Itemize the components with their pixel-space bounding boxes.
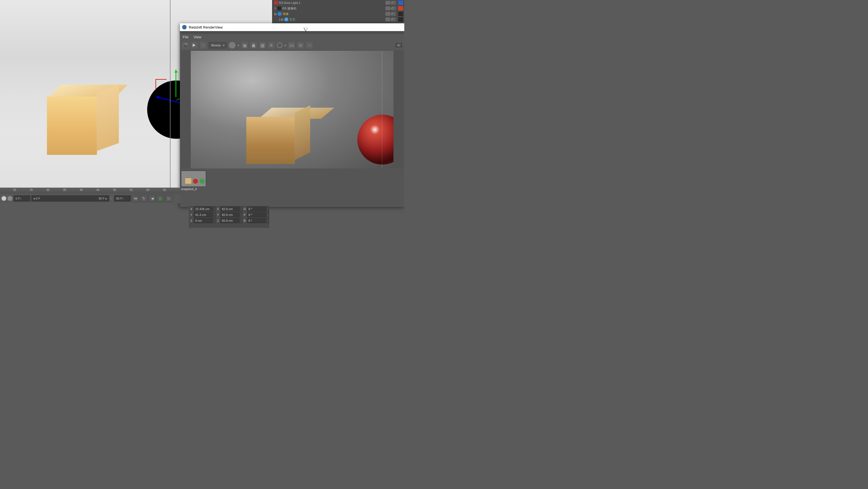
coordinates-panel: X 22.426 cm X 82.6 cm H 0 ° Y 41.3 cm Y … [189, 206, 269, 228]
dropdown-arrow-icon[interactable]: ▾ [238, 44, 239, 47]
dropdown-arrow-icon[interactable]: ▾ [285, 44, 286, 47]
object-name: RS 摄像机 [282, 6, 297, 10]
range-end: 90 F [99, 197, 105, 200]
tick: 30 [46, 189, 50, 192]
next-frame-button[interactable]: ▷ [165, 195, 173, 202]
tick: 50 [113, 189, 116, 192]
tick: 25 [30, 189, 33, 192]
redshift-renderview-window[interactable]: Redshift RenderView File View 🎬 Beauty ▾… [180, 23, 404, 207]
tick: 55 [130, 189, 133, 192]
renderview-toolbar: 🎬 Beauty ▾ ▾ ▤ ▭ 80 [180, 41, 404, 50]
snapshot-strip: snapshot_0 [180, 168, 404, 192]
tick: 45 [96, 189, 99, 192]
object-row[interactable]: ├⊟ 宝石 ✓ [272, 17, 404, 22]
end-frame-field[interactable]: 90 F‡ [114, 195, 131, 201]
clapper-icon[interactable]: 🎬 [182, 42, 189, 48]
camera-icon [277, 6, 281, 10]
render-play-button[interactable] [191, 42, 198, 48]
light-icon [274, 1, 278, 5]
range-start: 0 F [36, 197, 40, 200]
range-field[interactable]: ◂ 0 F 90 F ▸ [31, 195, 109, 201]
axis-label: X [189, 207, 193, 210]
window-title: Redshift RenderView [189, 25, 223, 29]
object-name: RS Area Light.1 [279, 1, 301, 4]
image-a-icon[interactable] [288, 42, 295, 48]
snapshot-label: snapshot_0 [181, 187, 207, 191]
rendered-sphere [358, 115, 394, 165]
circle-icon[interactable] [277, 42, 282, 48]
object-row[interactable]: ├ RS 摄像机 ✓ [272, 5, 404, 11]
settings-icon[interactable] [7, 196, 12, 201]
snapshot-thumbnail[interactable] [181, 171, 206, 187]
pos-z-field[interactable]: 0 cm [194, 218, 213, 223]
loop-button[interactable]: ↻ [140, 195, 148, 202]
timeline-panel: 20 25 30 35 40 45 50 55 60 65 0 F‡ ◂ 0 F… [0, 188, 180, 203]
compare-divider[interactable] [382, 51, 382, 168]
tick: 60 [146, 189, 149, 192]
progress-readout: 80 [395, 43, 402, 47]
object-name: 宝石 [289, 18, 296, 22]
coord-row-x: X 22.426 cm X 82.6 cm H 0 ° [189, 206, 269, 212]
redshift-logo-icon [182, 25, 187, 29]
play-button[interactable]: ▶ [157, 195, 164, 202]
rendered-cube [246, 106, 310, 165]
render-output-area[interactable] [181, 51, 403, 168]
lock-icon[interactable] [250, 42, 257, 48]
pos-x-field[interactable]: 22.426 cm [194, 206, 213, 211]
rot-h-field[interactable]: 0 ° [247, 206, 266, 211]
coord-row-z: Z 0 cm Z 82.6 cm B 0 ° [189, 218, 269, 223]
sphere-icon [278, 12, 282, 16]
tick: 40 [80, 189, 83, 192]
filter-icon[interactable] [229, 42, 236, 48]
timeline-ruler[interactable]: 20 25 30 35 40 45 50 55 60 65 [0, 188, 180, 194]
menu-view[interactable]: View [193, 35, 201, 39]
go-to-start-button[interactable]: ⏮ [132, 195, 139, 202]
tick: 65 [163, 189, 166, 192]
rot-p-field[interactable]: 0 ° [247, 212, 266, 217]
size-y-field[interactable]: 82.6 cm [220, 212, 239, 217]
prev-frame-button[interactable]: ◀ [149, 195, 156, 202]
refresh-button[interactable] [200, 42, 207, 48]
object-row[interactable]: RS Area Light.1 ✓ [272, 0, 404, 5]
renderview-menubar: File View [180, 34, 404, 41]
window-grip[interactable] [180, 31, 404, 34]
gem-icon [284, 18, 288, 21]
object-manager[interactable]: RS Area Light.1 ✓ ├ RS 摄像机 ✓ ⊟ 球体 ✓ ├⊟ 宝… [272, 0, 404, 24]
object-name: 球体 [283, 12, 289, 16]
compare-icon[interactable]: ▤ [297, 42, 304, 48]
denoise-icon[interactable] [268, 42, 275, 48]
object-row[interactable]: ⊟ 球体 ✓ [272, 11, 404, 17]
light-toggle-icon[interactable] [1, 196, 6, 201]
snapshot-item[interactable]: snapshot_0 [181, 171, 207, 191]
viewport-cube-object[interactable] [40, 83, 110, 158]
rot-b-field[interactable]: 0 ° [247, 218, 266, 223]
start-frame-field[interactable]: 0 F‡ [13, 195, 30, 201]
size-x-field[interactable]: 82.6 cm [220, 206, 239, 211]
aov-select[interactable]: Beauty [209, 42, 226, 48]
crop-icon[interactable] [241, 42, 248, 48]
coord-row-y: Y 41.3 cm Y 82.6 cm P 0 ° [189, 212, 269, 218]
tick: 20 [13, 189, 16, 192]
grid-icon[interactable] [259, 42, 266, 48]
window-titlebar[interactable]: Redshift RenderView [180, 23, 404, 31]
pos-y-field[interactable]: 41.3 cm [194, 212, 213, 217]
picture-icon[interactable]: ▭ [306, 42, 313, 48]
menu-file[interactable]: File [183, 35, 189, 39]
size-z-field[interactable]: 82.6 cm [220, 218, 239, 223]
tick: 35 [63, 189, 66, 192]
